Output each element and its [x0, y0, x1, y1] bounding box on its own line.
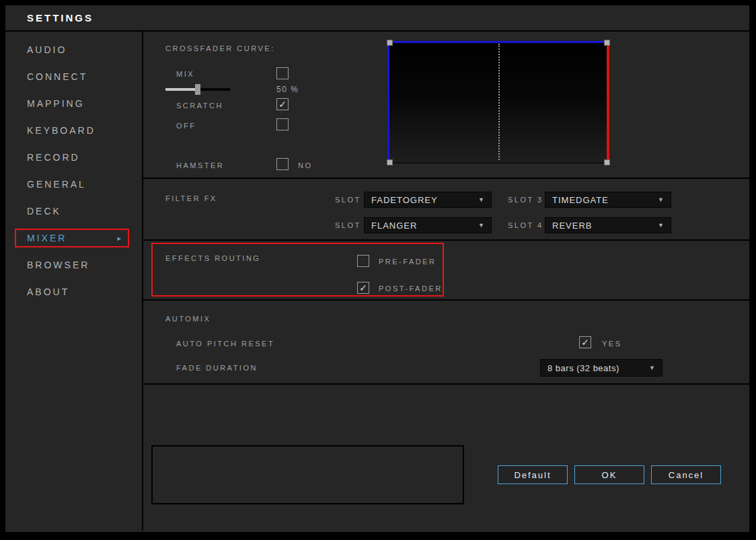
mixer-selection-highlight — [15, 229, 129, 247]
filter-fx-label: FILTER FX — [165, 194, 217, 202]
dropdown-arrow-icon: ▼ — [478, 222, 484, 229]
scratch-label: SCRATCH — [176, 102, 223, 110]
graph-red-curve-right — [607, 41, 609, 163]
sidebar-item-about[interactable]: ABOUT — [5, 278, 142, 305]
hamster-value-label: NO — [298, 161, 313, 169]
slider-track-empty — [198, 88, 230, 91]
graph-center-dotted-line — [498, 44, 500, 160]
slot1-dropdown[interactable]: FADETOGREY ▼ — [364, 192, 492, 208]
ok-button[interactable]: OK — [574, 465, 644, 484]
auto-pitch-reset-label: AUTO PITCH RESET — [176, 340, 274, 348]
off-label: OFF — [176, 122, 196, 130]
slot3-label: SLOT 3 — [508, 196, 543, 204]
settings-sidebar: AUDIO CONNECT MAPPING KEYBOARD RECORD GE… — [5, 32, 143, 531]
mix-label: MIX — [176, 70, 194, 78]
title-bar: SETTINGS — [5, 5, 749, 32]
slider-handle[interactable] — [195, 84, 200, 95]
slot4-label: SLOT 4 — [508, 221, 543, 229]
default-button[interactable]: Default — [498, 465, 568, 484]
graph-handle-bottom-left[interactable] — [387, 159, 393, 165]
hamster-checkbox[interactable] — [276, 158, 289, 170]
dropdown-arrow-icon: ▼ — [649, 364, 655, 371]
slider-value: 50 % — [276, 85, 299, 94]
sidebar-item-general[interactable]: GENERAL — [5, 171, 142, 198]
mix-curve-slider[interactable] — [165, 84, 230, 95]
automix-label: AUTOMIX — [165, 315, 211, 323]
sidebar-item-keyboard[interactable]: KEYBOARD — [5, 117, 142, 144]
post-fader-checkbox[interactable]: ✓ — [357, 282, 369, 294]
crossfader-curve-graph[interactable] — [387, 41, 609, 163]
mix-checkbox[interactable] — [276, 67, 289, 79]
sidebar-item-browser[interactable]: BROWSER — [5, 252, 142, 278]
hamster-label: HAMSTER — [176, 161, 224, 169]
dropdown-arrow-icon: ▼ — [478, 196, 484, 203]
footer-section: Default OK Cancel — [143, 385, 749, 527]
auto-pitch-reset-value-label: YES — [602, 340, 622, 348]
fade-duration-dropdown[interactable]: 8 bars (32 beats) ▼ — [540, 359, 663, 377]
submenu-arrow-icon: ▸ — [117, 234, 123, 243]
auto-pitch-reset-checkbox[interactable]: ✓ — [579, 336, 591, 348]
graph-handle-top-left[interactable] — [387, 40, 393, 46]
slot3-dropdown[interactable]: TIMEDGATE ▼ — [545, 192, 671, 208]
dropdown-arrow-icon: ▼ — [658, 196, 664, 203]
graph-handle-bottom-right[interactable] — [604, 159, 610, 165]
sidebar-item-audio[interactable]: AUDIO — [5, 36, 142, 63]
slot2-dropdown[interactable]: FLANGER ▼ — [364, 217, 492, 233]
off-checkbox[interactable] — [276, 118, 289, 130]
effects-routing-section: EFFECTS ROUTING PRE-FADER ✓ POST-FADER — [143, 241, 749, 301]
graph-blue-curve-top — [387, 41, 609, 43]
sidebar-item-record[interactable]: RECORD — [5, 144, 142, 171]
sidebar-item-mapping[interactable]: MAPPING — [5, 90, 142, 117]
cancel-button[interactable]: Cancel — [651, 465, 721, 484]
sidebar-item-deck[interactable]: DECK — [5, 198, 142, 225]
pre-fader-label: PRE-FADER — [379, 258, 436, 266]
slot4-dropdown[interactable]: REVERB ▼ — [545, 217, 671, 233]
filter-fx-section: FILTER FX SLOT 1 FADETOGREY ▼ SLOT 2 FLA… — [143, 179, 749, 241]
post-fader-label: POST-FADER — [379, 284, 443, 293]
slider-track-filled — [165, 88, 198, 91]
info-box — [151, 445, 464, 504]
graph-handle-top-right[interactable] — [604, 40, 610, 46]
effects-routing-label: EFFECTS ROUTING — [165, 254, 260, 262]
scratch-checkbox[interactable]: ✓ — [276, 98, 289, 110]
pre-fader-checkbox[interactable] — [357, 255, 369, 267]
settings-content: CROSSFADER CURVE: MIX 50 % SCRATCH ✓ OFF… — [143, 32, 749, 531]
automix-section: AUTOMIX AUTO PITCH RESET ✓ YES FADE DURA… — [143, 301, 749, 385]
sidebar-item-mixer[interactable]: MIXER ▸ — [5, 225, 142, 252]
crossfader-curve-section: CROSSFADER CURVE: MIX 50 % SCRATCH ✓ OFF… — [143, 32, 749, 179]
settings-window: SETTINGS AUDIO CONNECT MAPPING KEYBOARD … — [5, 5, 749, 532]
fade-duration-label: FADE DURATION — [176, 364, 258, 372]
crossfader-curve-label: CROSSFADER CURVE: — [165, 44, 275, 52]
dropdown-arrow-icon: ▼ — [658, 222, 664, 229]
sidebar-item-connect[interactable]: CONNECT — [5, 63, 142, 90]
window-title: SETTINGS — [27, 12, 93, 24]
graph-blue-curve-left — [387, 41, 389, 163]
